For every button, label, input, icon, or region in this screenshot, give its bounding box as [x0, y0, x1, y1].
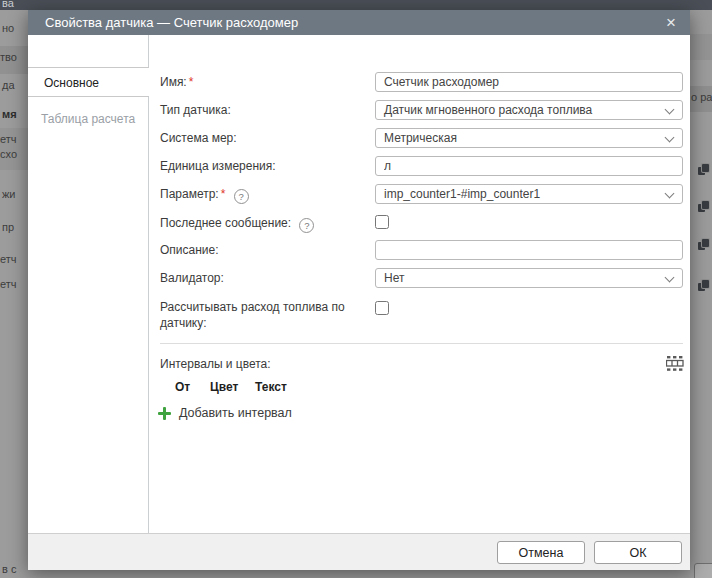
chevron-down-icon: [665, 133, 675, 143]
description-label: Описание:: [160, 240, 375, 260]
last-message-label: Последнее сообщение: ?: [160, 213, 375, 233]
copy-icon: [698, 164, 709, 175]
tab-main[interactable]: Основное: [28, 67, 149, 97]
chevron-down-icon: [665, 105, 675, 115]
color-scale-grid-icon[interactable]: [666, 356, 685, 371]
bg-table-row-band: [690, 34, 712, 60]
sensor-type-label: Тип датчика:: [160, 100, 375, 120]
name-label: Имя:*: [160, 72, 375, 92]
copy-icon: [698, 280, 709, 291]
calc-fuel-label: Рассчитывать расход топлива по датчику:: [160, 299, 375, 331]
help-icon[interactable]: ?: [234, 189, 249, 204]
dialog-footer: Отмена ОК: [28, 533, 690, 570]
cancel-button[interactable]: Отмена: [497, 541, 585, 564]
bg-text-fragment: етч: [0, 133, 17, 145]
intervals-col-color: Цвет: [210, 380, 238, 394]
bg-text-fragment: схо: [0, 148, 17, 160]
bg-top-toolbar: ва: [0, 0, 712, 10]
measure-system-select[interactable]: Метрическая: [375, 128, 683, 148]
section-divider: [160, 343, 683, 344]
required-asterisk: *: [189, 75, 194, 89]
bg-partial-button: [694, 563, 712, 578]
add-interval-label: Добавить интервал: [179, 406, 292, 420]
last-message-checkbox[interactable]: [375, 215, 389, 229]
bg-text-fragment: ва: [2, 0, 14, 9]
bg-text-fragment: мя: [2, 108, 17, 120]
plus-icon: [158, 407, 171, 420]
unit-label: Единица измерения:: [160, 156, 375, 176]
bg-text-fragment: етч: [0, 253, 17, 265]
dialog-body: Основное Таблица расчета Имя:* Тип датчи…: [28, 35, 690, 533]
parameter-label: Параметр:* ?: [160, 184, 375, 204]
bg-text-fragment: о ра: [691, 91, 712, 103]
bg-text-fragment: жи: [2, 188, 16, 200]
unit-input[interactable]: [375, 156, 683, 176]
dialog-titlebar: Свойства датчика — Счетчик расходомер ×: [28, 10, 690, 35]
calc-fuel-checkbox[interactable]: [375, 301, 389, 315]
name-input[interactable]: [375, 72, 683, 92]
intervals-col-from: От: [175, 380, 190, 394]
validator-label: Валидатор:: [160, 268, 375, 288]
measure-system-label: Система мер:: [160, 128, 375, 148]
intervals-label: Интервалы и цвета:: [160, 357, 271, 371]
copy-icon: [698, 201, 709, 212]
bg-text-fragment: етч: [0, 278, 17, 290]
description-input[interactable]: [375, 240, 683, 260]
close-icon[interactable]: ×: [661, 10, 681, 35]
help-icon[interactable]: ?: [299, 218, 314, 233]
bg-text-fragment: тво: [0, 51, 17, 63]
chevron-down-icon: [665, 273, 675, 283]
bg-text-fragment: да: [2, 79, 15, 91]
sensor-properties-dialog: Свойства датчика — Счетчик расходомер × …: [28, 10, 690, 570]
intervals-col-text: Текст: [255, 380, 287, 394]
sensor-type-select[interactable]: Датчик мгновенного расхода топлива: [375, 100, 683, 120]
screen: ва но тво да мя етч схо жи пр етч етч в …: [0, 0, 712, 578]
parameter-select[interactable]: imp_counter1-#imp_counter1: [375, 184, 683, 204]
ok-button[interactable]: ОК: [594, 541, 682, 564]
chevron-down-icon: [665, 189, 675, 199]
required-asterisk: *: [221, 187, 226, 201]
bg-text-fragment: но: [2, 22, 14, 34]
dialog-title: Свойства датчика — Счетчик расходомер: [45, 10, 298, 35]
copy-icon: [698, 239, 709, 250]
validator-select[interactable]: Нет: [375, 268, 683, 288]
tab-calc-table[interactable]: Таблица расчета: [41, 112, 135, 126]
bg-text-fragment: в с: [2, 563, 16, 575]
bg-text-fragment: пр: [2, 221, 14, 233]
